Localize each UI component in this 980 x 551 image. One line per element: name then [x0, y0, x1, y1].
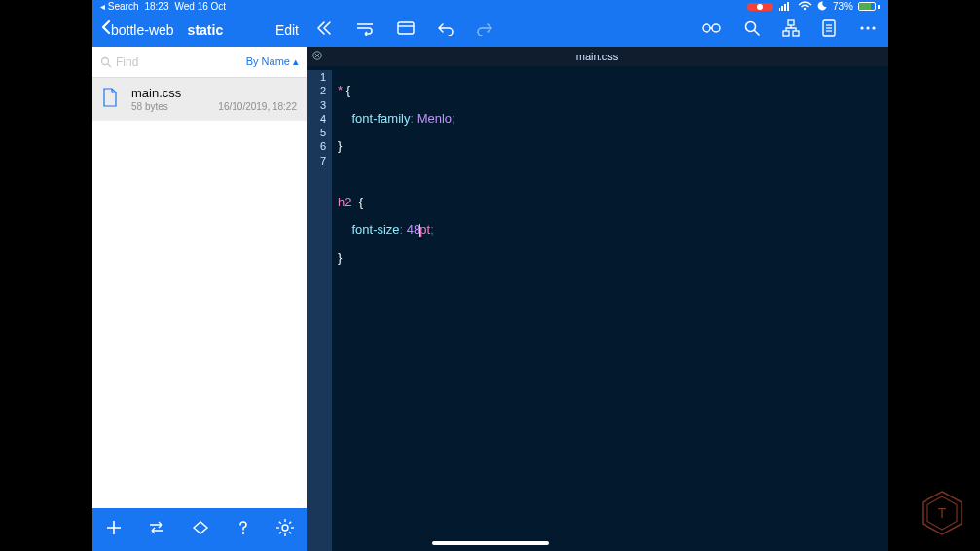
tab-close-button[interactable] — [307, 51, 328, 62]
search-icon — [100, 56, 112, 68]
svg-rect-28 — [783, 31, 789, 36]
svg-point-5 — [102, 57, 109, 64]
svg-line-6 — [108, 64, 111, 67]
sidebar-header: bottle-web static Edit — [92, 13, 307, 47]
document-button[interactable] — [821, 19, 837, 41]
svg-rect-27 — [788, 20, 794, 25]
svg-point-35 — [866, 26, 869, 29]
svg-rect-1 — [781, 6, 783, 11]
svg-rect-29 — [793, 31, 799, 36]
watermark-logo: T — [918, 489, 966, 537]
find-input[interactable]: Find — [100, 55, 240, 69]
file-date: 16/10/2019, 18:22 — [218, 101, 297, 112]
svg-rect-20 — [398, 22, 414, 34]
folder-title: static — [188, 22, 224, 38]
tab-bar: main.css — [307, 47, 888, 66]
tag-button[interactable] — [191, 518, 210, 541]
search-button[interactable] — [744, 19, 761, 41]
edit-button[interactable]: Edit — [275, 22, 299, 38]
filter-bar: Find By Name ▴ — [92, 47, 307, 78]
tab-title[interactable]: main.css — [576, 51, 618, 62]
svg-line-17 — [279, 532, 281, 533]
status-time: 18:23 — [144, 1, 168, 12]
dnd-moon-icon — [817, 1, 827, 13]
sort-button[interactable]: By Name ▴ — [246, 55, 299, 68]
battery-percent: 73% — [833, 1, 853, 12]
word-wrap-button[interactable] — [355, 20, 375, 40]
preview-button[interactable] — [396, 20, 416, 40]
file-size: 58 bytes — [131, 101, 168, 112]
line-gutter: 1 2 3 4 5 6 7 — [307, 70, 332, 551]
settings-button[interactable] — [275, 518, 295, 541]
svg-point-9 — [242, 533, 244, 534]
back-to-app[interactable]: ◂ Search — [100, 1, 138, 12]
cellular-icon — [779, 1, 792, 13]
svg-point-23 — [712, 24, 720, 32]
file-browser-sidebar: bottle-web static Edit Find By Name ▴ — [92, 13, 307, 551]
find-placeholder: Find — [116, 55, 138, 69]
svg-point-36 — [872, 26, 875, 29]
code-content[interactable]: * { font-family: Menlo; } h2 { font-size… — [332, 70, 888, 551]
undo-button[interactable] — [437, 20, 454, 40]
home-indicator[interactable] — [432, 541, 549, 545]
redo-button[interactable] — [476, 20, 493, 40]
svg-line-16 — [289, 532, 291, 533]
collapse-sidebar-button[interactable] — [316, 20, 334, 40]
ios-status-bar: ◂ Search 18:23 Wed 16 Oct 73% — [92, 0, 888, 13]
svg-point-10 — [282, 525, 288, 531]
svg-rect-3 — [787, 2, 789, 11]
read-mode-button[interactable] — [701, 21, 722, 39]
wifi-icon — [798, 1, 812, 13]
status-date: Wed 16 Oct — [175, 1, 227, 12]
file-item[interactable]: main.css 58 bytes 16/10/2019, 18:22 — [92, 78, 307, 121]
sidebar-footer — [92, 508, 307, 551]
recording-indicator[interactable] — [747, 3, 773, 11]
help-button[interactable] — [234, 518, 253, 541]
svg-line-18 — [289, 522, 291, 524]
svg-text:T: T — [938, 505, 947, 521]
transfer-button[interactable] — [146, 518, 167, 541]
structure-button[interactable] — [782, 19, 800, 41]
svg-line-15 — [279, 522, 281, 524]
svg-line-26 — [755, 30, 760, 35]
svg-point-34 — [860, 26, 863, 29]
code-editor[interactable]: 1 2 3 4 5 6 7 * { font-family: Menlo; } … — [307, 66, 888, 551]
svg-rect-2 — [784, 4, 786, 11]
file-name: main.css — [131, 86, 297, 100]
add-button[interactable] — [104, 518, 124, 541]
editor-pane: main.css 1 2 3 4 5 6 7 * { font-family: … — [307, 13, 888, 551]
back-button[interactable]: bottle-web — [100, 19, 174, 40]
editor-toolbar — [307, 13, 888, 47]
file-list[interactable]: main.css 58 bytes 16/10/2019, 18:22 — [92, 78, 307, 508]
back-label: bottle-web — [111, 22, 174, 38]
svg-point-22 — [703, 24, 710, 32]
more-button[interactable] — [858, 20, 878, 40]
svg-rect-0 — [779, 8, 780, 11]
svg-point-4 — [804, 7, 806, 9]
battery-icon — [858, 2, 880, 11]
file-icon — [102, 86, 122, 112]
